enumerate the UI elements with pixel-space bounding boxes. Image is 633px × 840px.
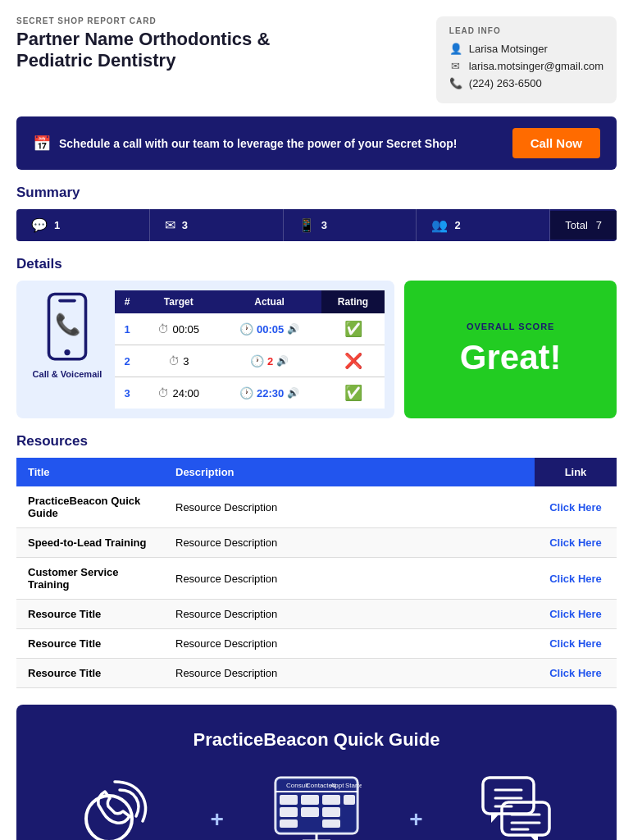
- guide-section: PracticeBeacon Quick Guide Call & Leave …: [16, 705, 617, 840]
- guide-plus-1: +: [210, 774, 223, 833]
- guide-title: PracticeBeacon Quick Guide: [33, 729, 600, 751]
- resource-row: Resource TitleResource DescriptionClick …: [16, 659, 617, 688]
- page: SECRET SHOP REPORT CARD Partner Name Ort…: [0, 0, 633, 840]
- col-header-actual: Actual: [217, 290, 321, 313]
- resource-row: Resource TitleResource DescriptionClick …: [16, 600, 617, 629]
- detail-row-actual: 🕐 00:05 🔊: [217, 313, 321, 345]
- svg-rect-20: [344, 795, 355, 805]
- summary-count-2: 3: [182, 219, 188, 231]
- resources-col-title: Title: [16, 458, 164, 486]
- resource-description: Resource Description: [164, 600, 535, 629]
- resource-title: Customer Service Training: [16, 558, 164, 600]
- svg-marker-32: [530, 835, 538, 840]
- resource-description: Resource Description: [164, 629, 535, 659]
- svg-rect-14: [280, 819, 298, 828]
- detail-row-target: ⏱ 3: [139, 345, 217, 377]
- mobile-icon: 📱: [298, 217, 315, 233]
- resource-link[interactable]: Click Here: [535, 486, 617, 528]
- svg-point-2: [64, 349, 70, 355]
- fail-icon: ❌: [344, 353, 362, 369]
- pass-icon: ✅: [344, 321, 362, 337]
- resource-row: Customer Service TrainingResource Descri…: [16, 558, 617, 600]
- summary-item-chat: 💬 1: [16, 209, 150, 241]
- guide-chat-icon: [479, 774, 553, 840]
- detail-row-actual: 🕐 2 🔊: [217, 345, 321, 377]
- svg-rect-1: [58, 299, 76, 303]
- summary-item-email: ✉ 3: [150, 209, 284, 241]
- col-header-num: #: [115, 290, 139, 313]
- svg-rect-13: [280, 807, 298, 817]
- guide-phone-icon: [80, 774, 154, 840]
- banner: 📅 Schedule a call with our team to lever…: [16, 116, 617, 170]
- resources-section: Resources Title Description Link Practic…: [16, 433, 617, 688]
- summary-bar: 💬 1 ✉ 3 📱 3 👥 2 Total 7: [16, 209, 617, 241]
- report-label: SECRET SHOP REPORT CARD: [16, 16, 436, 25]
- svg-rect-18: [322, 807, 340, 817]
- detail-row-num: 3: [115, 377, 139, 409]
- guide-item-call: Call & Leave Voicemails Persistently 5 M…: [33, 774, 202, 840]
- overall-score-value: Great!: [460, 338, 562, 377]
- resource-description: Resource Description: [164, 659, 535, 688]
- guide-monitor-icon: Consult Contacted Appt Started: [271, 774, 362, 840]
- lead-phone: (224) 263-6500: [469, 77, 542, 89]
- resource-description: Resource Description: [164, 528, 535, 558]
- detail-row-rating: ❌: [321, 345, 385, 377]
- phone-icon: 📞: [449, 76, 462, 89]
- details-row: 1⏱ 00:05🕐 00:05 🔊✅: [115, 313, 385, 345]
- detail-row-num: 2: [115, 345, 139, 377]
- mail-icon: ✉: [165, 217, 175, 233]
- details-section: Details 📞 Call & Voicemail: [16, 256, 617, 418]
- svg-rect-16: [301, 807, 319, 817]
- overall-score-box: OVERALL SCORE Great!: [404, 281, 617, 418]
- resource-row: PracticeBeacon Quick GuideResource Descr…: [16, 486, 617, 528]
- resource-link[interactable]: Click Here: [535, 629, 617, 659]
- resource-link[interactable]: Click Here: [535, 558, 617, 600]
- banner-message: Schedule a call with our team to leverag…: [59, 137, 457, 150]
- lead-info-phone-row: 📞 (224) 263-6500: [449, 76, 603, 89]
- resource-link[interactable]: Click Here: [535, 659, 617, 688]
- resource-title: PracticeBeacon Quick Guide: [16, 486, 164, 528]
- detail-row-num: 1: [115, 313, 139, 345]
- summary-title: Summary: [16, 185, 617, 201]
- resources-title: Resources: [16, 433, 617, 450]
- col-header-target: Target: [139, 290, 217, 313]
- details-row: 2⏱ 3🕐 2 🔊❌: [115, 345, 385, 377]
- resource-link[interactable]: Click Here: [535, 600, 617, 629]
- svg-rect-12: [280, 795, 298, 805]
- svg-rect-19: [322, 819, 340, 828]
- details-grid: 📞 Call & Voicemail # Target Actual Ratin…: [16, 281, 617, 418]
- detail-row-target: ⏱ 00:05: [139, 313, 217, 345]
- pass-icon: ✅: [344, 385, 362, 401]
- detail-row-rating: ✅: [321, 313, 385, 345]
- resource-row: Speed-to-Lead TrainingResource Descripti…: [16, 528, 617, 558]
- details-table: # Target Actual Rating 1⏱ 00:05🕐 00:05 🔊…: [115, 290, 385, 409]
- resources-col-link: Link: [535, 458, 617, 486]
- details-row: 3⏱ 24:00🕐 22:30 🔊✅: [115, 377, 385, 409]
- resources-col-description: Description: [164, 458, 535, 486]
- resource-description: Resource Description: [164, 486, 535, 528]
- resource-link[interactable]: Click Here: [535, 528, 617, 558]
- summary-count-3: 3: [321, 219, 327, 231]
- svg-text:Started: Started: [345, 782, 362, 789]
- resource-title: Speed-to-Lead Training: [16, 528, 164, 558]
- svg-text:📞: 📞: [55, 312, 81, 337]
- summary-item-group: 👥 2: [417, 209, 550, 241]
- call-now-button[interactable]: Call Now: [512, 128, 600, 158]
- details-table-wrap: 📞 Call & Voicemail # Target Actual Ratin…: [16, 281, 394, 418]
- details-title: Details: [16, 256, 617, 272]
- resource-description: Resource Description: [164, 558, 535, 600]
- header: SECRET SHOP REPORT CARD Partner Name Ort…: [16, 16, 617, 103]
- chat-icon: 💬: [31, 217, 48, 233]
- lead-name: Larisa Motsinger: [469, 43, 548, 55]
- summary-total-label: Total: [565, 219, 587, 231]
- guide-item-respond: Respond Promptly Calls With Voicemails, …: [431, 774, 600, 840]
- summary-count-1: 1: [54, 219, 60, 231]
- guide-items: Call & Leave Voicemails Persistently 5 M…: [33, 774, 600, 840]
- header-left: SECRET SHOP REPORT CARD Partner Name Ort…: [16, 16, 436, 72]
- detail-row-target: ⏱ 24:00: [139, 377, 217, 409]
- resources-table: Title Description Link PracticeBeacon Qu…: [16, 458, 617, 688]
- lead-info-email-row: ✉ larisa.motsinger@gmail.com: [449, 59, 603, 72]
- details-icon-cell: 📞 Call & Voicemail: [26, 290, 108, 379]
- summary-total-count: 7: [596, 219, 602, 231]
- summary-total: Total 7: [550, 211, 617, 240]
